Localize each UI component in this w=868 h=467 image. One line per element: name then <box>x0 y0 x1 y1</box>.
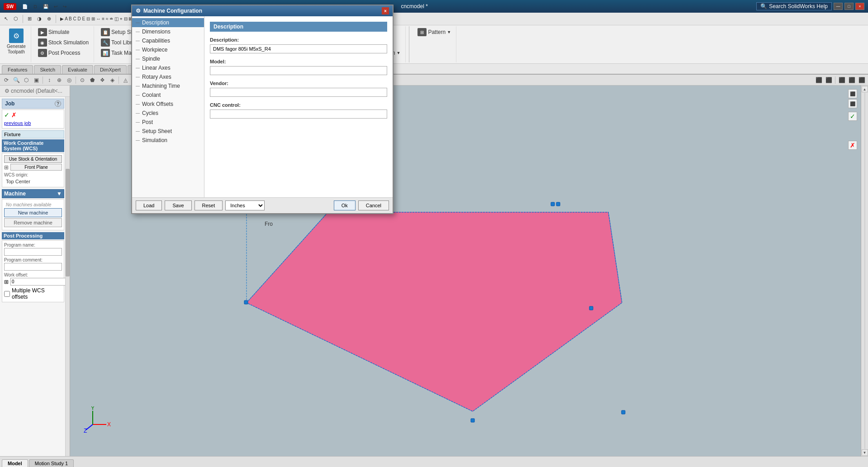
tree-item-coolant[interactable]: — Coolant <box>132 91 204 100</box>
tree-expand-8: — <box>136 84 140 88</box>
reset-btn[interactable]: Reset <box>194 200 223 210</box>
dialog-tree: — Description — Dimensions — Capabilitie… <box>132 16 204 197</box>
dialog-footer: Load Save Reset Inches Millimeters Ok Ca… <box>132 197 393 213</box>
tree-expand-7: — <box>136 75 140 79</box>
description-label: Description: <box>210 37 387 43</box>
dialog-title-left: ⚙ Machine Configuration <box>136 8 202 14</box>
tree-label-setup-sheet: Setup Sheet <box>142 128 172 134</box>
vendor-label: Vendor: <box>210 81 387 86</box>
tree-label-description: Description <box>142 19 169 26</box>
description-field: Description: <box>210 37 387 53</box>
tree-item-workpiece[interactable]: — Workpiece <box>132 45 204 54</box>
ok-btn[interactable]: Ok <box>334 200 356 210</box>
tree-label-simulation: Simulation <box>142 137 167 143</box>
tree-expand-12: — <box>136 120 140 124</box>
cancel-btn[interactable]: Cancel <box>358 200 389 210</box>
tree-item-simulation[interactable]: — Simulation <box>132 136 204 145</box>
dialog-titlebar: ⚙ Machine Configuration × <box>132 5 393 16</box>
dialog-content-header: Description <box>210 22 387 32</box>
tree-expand-3: — <box>136 38 140 43</box>
tree-label-rotary-axes: Rotary Axes <box>142 74 171 80</box>
units-select[interactable]: Inches Millimeters <box>225 200 265 210</box>
tree-label-spindle: Spindle <box>142 56 160 62</box>
tree-item-work-offsets[interactable]: — Work Offsets <box>132 100 204 109</box>
tree-expand-10: — <box>136 102 140 106</box>
model-label: Model: <box>210 59 387 64</box>
dialog-body: — Description — Dimensions — Capabilitie… <box>132 16 393 197</box>
tree-item-linear-axes[interactable]: — Linear Axes <box>132 63 204 72</box>
tree-item-capabilities[interactable]: — Capabilities <box>132 36 204 45</box>
vendor-field: Vendor: <box>210 81 387 97</box>
tree-item-post[interactable]: — Post <box>132 118 204 127</box>
tree-item-cycles[interactable]: — Cycles <box>132 109 204 118</box>
tree-expand-14: — <box>136 138 140 143</box>
save-btn[interactable]: Save <box>165 200 191 210</box>
tree-label-cycles: Cycles <box>142 110 158 116</box>
tree-expand-9: — <box>136 93 140 97</box>
tree-expand-1: — <box>136 20 140 25</box>
tree-item-spindle[interactable]: — Spindle <box>132 54 204 63</box>
tree-expand-4: — <box>136 48 140 52</box>
tree-expand-5: — <box>136 57 140 61</box>
tree-expand-6: — <box>136 66 140 70</box>
tree-label-capabilities: Capabilities <box>142 38 170 44</box>
tree-item-dimensions[interactable]: — Dimensions <box>132 27 204 36</box>
tree-expand-13: — <box>136 129 140 133</box>
tree-label-dimensions: Dimensions <box>142 29 171 35</box>
machine-dialog: ⚙ Machine Configuration × — Description … <box>131 5 394 214</box>
description-input[interactable] <box>210 44 387 53</box>
dialog-content: Description Description: Model: Vendor: <box>204 16 393 197</box>
tree-label-post: Post <box>142 119 153 125</box>
tree-label-machining-time: Machining Time <box>142 83 180 89</box>
model-input[interactable] <box>210 66 387 75</box>
cnc-control-field: CNC control: <box>210 102 387 119</box>
tree-item-machining-time[interactable]: — Machining Time <box>132 81 204 91</box>
tree-item-description[interactable]: — Description <box>132 18 204 27</box>
dialog-overlay: ⚙ Machine Configuration × — Description … <box>0 0 868 467</box>
cnc-control-input[interactable] <box>210 110 387 119</box>
dialog-close-btn[interactable]: × <box>382 7 389 14</box>
tree-label-work-offsets: Work Offsets <box>142 101 173 107</box>
tree-label-workpiece: Workpiece <box>142 47 167 53</box>
model-field: Model: <box>210 59 387 75</box>
dialog-title-text: Machine Configuration <box>143 8 202 14</box>
tree-expand-2: — <box>136 29 140 34</box>
dialog-icon: ⚙ <box>136 8 141 14</box>
vendor-input[interactable] <box>210 88 387 97</box>
tree-item-setup-sheet[interactable]: — Setup Sheet <box>132 127 204 136</box>
tree-label-linear-axes: Linear Axes <box>142 65 171 71</box>
load-btn[interactable]: Load <box>136 200 162 210</box>
tree-label-coolant: Coolant <box>142 92 161 98</box>
tree-expand-11: — <box>136 111 140 115</box>
cnc-control-label: CNC control: <box>210 102 387 108</box>
tree-item-rotary-axes[interactable]: — Rotary Axes <box>132 72 204 81</box>
